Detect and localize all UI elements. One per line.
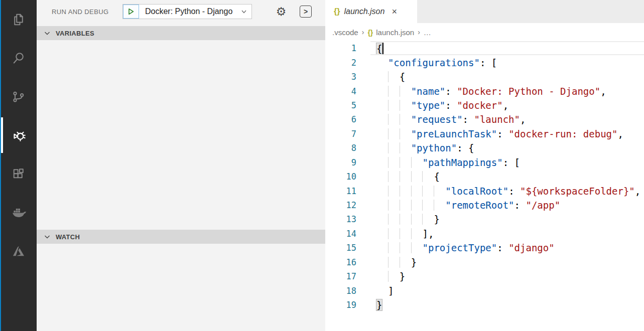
indent-guide: [388, 114, 389, 125]
code-line[interactable]: 18 ]: [325, 283, 644, 297]
indent-guide: [388, 86, 389, 97]
code-token-bm: }: [376, 299, 382, 310]
code-line[interactable]: 13 }: [325, 212, 644, 226]
indent-guide: [400, 171, 400, 182]
activity-bar-item-search[interactable]: [0, 39, 37, 77]
tab-launch-json[interactable]: {} launch.json ×: [325, 0, 417, 23]
code-line[interactable]: 5 "type": "docker",: [325, 98, 644, 112]
line-number: 6: [325, 114, 370, 124]
code-line[interactable]: 2 "configurations": [: [325, 55, 644, 69]
line-number: 18: [325, 286, 370, 296]
code-token-pun: {: [434, 171, 439, 182]
code-token-pun: }: [400, 271, 405, 282]
text-cursor: [382, 43, 383, 54]
sidebar-title: RUN AND DEBUG: [52, 8, 109, 16]
indent-guide: [422, 214, 423, 225]
code-token-pun: :: [508, 186, 520, 197]
activity-bar-item-run-and-debug[interactable]: [0, 116, 37, 154]
indent-guide: [400, 157, 400, 168]
breadcrumb-item[interactable]: …: [424, 28, 431, 37]
code-line-content: "localRoot": "${workspaceFolder}",: [370, 186, 644, 197]
code-line[interactable]: 16 }: [325, 255, 644, 269]
code-token-key: "remoteRoot": [445, 200, 514, 211]
open-debug-console-button[interactable]: >: [299, 5, 313, 19]
code-line-content: ],: [370, 228, 644, 239]
code-token-pun: ,: [617, 128, 623, 139]
code-line[interactable]: 7 "preLaunchTask": "docker-run: debug",: [325, 127, 644, 141]
code-token-key: "preLaunchTask": [411, 128, 497, 139]
code-line[interactable]: 1{: [325, 41, 644, 55]
debug-launch-widget: Docker: Python - Django: [122, 4, 252, 19]
code-token-bm: {: [376, 43, 382, 54]
explorer-icon: [11, 12, 26, 27]
run-and-debug-sidebar: RUN AND DEBUG Docker: Python - Django ⚙: [37, 0, 325, 331]
indent-guide: [388, 257, 389, 268]
watch-section-header[interactable]: WATCH: [37, 230, 325, 244]
breadcrumb-item[interactable]: {}launch.json: [367, 28, 414, 37]
code-token-key: "name": [411, 86, 446, 97]
code-token-str: "/app": [526, 200, 560, 211]
code-token-ws: [376, 214, 434, 225]
code-line[interactable]: 10 {: [325, 170, 644, 184]
gear-icon: ⚙: [276, 6, 287, 18]
indent-guide: [400, 200, 400, 211]
activity-bar-item-extensions[interactable]: [0, 154, 37, 193]
breadcrumb-item[interactable]: .vscode: [332, 28, 358, 37]
code-token-str: "django": [508, 242, 555, 253]
line-number: 19: [325, 300, 370, 310]
indent-guide: [411, 214, 412, 225]
code-line-content: "request": "launch",: [370, 114, 644, 125]
code-line-content: "remoteRoot": "/app": [370, 200, 644, 211]
line-number: 8: [325, 143, 370, 153]
line-number: 7: [325, 129, 370, 139]
code-line-content: ]: [370, 285, 644, 296]
indent-guide: [400, 86, 400, 97]
code-token-key: "pathMappings": [423, 157, 503, 168]
code-token-key: "python": [411, 142, 457, 153]
line-number: 9: [325, 157, 370, 168]
debug-configuration-dropdown[interactable]: Docker: Python - Django: [139, 5, 251, 19]
vscode-window: RUN AND DEBUG Docker: Python - Django ⚙: [0, 0, 644, 331]
indent-guide: [400, 257, 400, 268]
code-line[interactable]: 17 }: [325, 269, 644, 283]
code-line[interactable]: 15 "projectType": "django": [325, 241, 644, 255]
code-line[interactable]: 12 "remoteRoot": "/app": [325, 198, 644, 212]
variables-section-header[interactable]: VARIABLES: [37, 26, 325, 40]
start-debugging-button[interactable]: [123, 5, 139, 19]
activity-bar-item-source-control[interactable]: [0, 77, 37, 116]
line-number: 2: [325, 58, 370, 68]
indent-guide: [388, 186, 389, 197]
code-line[interactable]: 11 "localRoot": "${workspaceFolder}",: [325, 184, 644, 198]
close-icon[interactable]: ×: [392, 7, 397, 16]
code-line-content: }: [370, 271, 644, 282]
indent-guide: [388, 100, 389, 111]
activity-bar-item-azure[interactable]: [0, 232, 37, 270]
editor-group: {} launch.json × .vscode›{}launch.json›……: [325, 0, 644, 331]
activity-bar: [0, 0, 37, 331]
activity-bar-item-docker[interactable]: [0, 193, 37, 232]
activity-bar-item-explorer[interactable]: [0, 0, 37, 39]
code-line[interactable]: 3 {: [325, 70, 644, 84]
code-token-ws: [376, 100, 411, 111]
code-line-content: }: [370, 257, 644, 268]
code-token-str: "docker-run: debug": [508, 128, 617, 139]
indent-guide: [400, 242, 400, 253]
debug-settings-button[interactable]: ⚙: [274, 5, 288, 19]
code-line[interactable]: 8 "python": {: [325, 141, 644, 155]
code-token-key: "projectType": [423, 242, 497, 253]
code-line[interactable]: 19}: [325, 298, 644, 312]
indent-guide: [400, 186, 400, 197]
indent-guide: [400, 228, 400, 239]
indent-guide: [388, 214, 389, 225]
indent-guide: [422, 186, 423, 197]
json-braces-icon: {}: [367, 29, 373, 37]
code-line[interactable]: 6 "request": "launch",: [325, 112, 644, 126]
code-line[interactable]: 9 "pathMappings": [: [325, 155, 644, 170]
indent-guide: [400, 214, 400, 225]
code-token-pun: ,: [520, 114, 526, 125]
indent-guide: [388, 271, 389, 282]
code-line[interactable]: 14 ],: [325, 227, 644, 241]
code-editor[interactable]: 1{2 "configurations": [3 {4 "name": "Doc…: [325, 41, 644, 312]
indent-guide: [411, 186, 412, 197]
code-line[interactable]: 4 "name": "Docker: Python - Django",: [325, 84, 644, 98]
